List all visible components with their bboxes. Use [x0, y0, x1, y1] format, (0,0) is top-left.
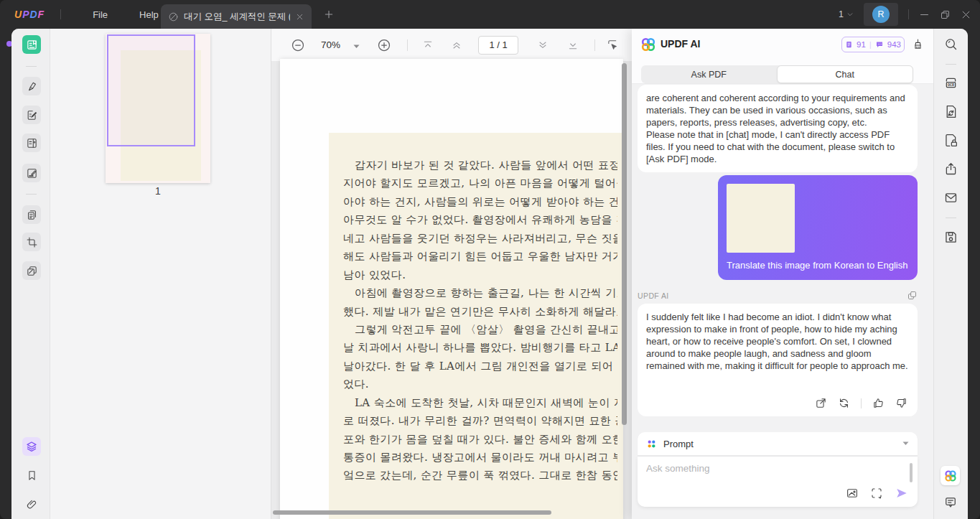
restore-icon[interactable] — [940, 9, 951, 20]
ai-mode-tabs: Ask PDF Chat — [641, 65, 913, 83]
divider — [946, 64, 956, 65]
prompt-caret-icon[interactable] — [902, 441, 909, 446]
organize-pages-icon — [26, 137, 38, 149]
pdf-viewer: 70% 1 / 1 — [271, 29, 632, 519]
updf-ai-icon — [943, 469, 958, 483]
tab-ask-pdf[interactable]: Ask PDF — [641, 65, 777, 83]
ocr-button[interactable]: OCR — [943, 75, 958, 90]
updf-window: UPDF File Help 대기 오염_ 세계적인 문제 (1) 1 R — [0, 0, 980, 519]
page-up-icon — [451, 39, 462, 51]
divider — [26, 66, 37, 67]
updf-logo: UPDF — [14, 9, 45, 20]
convert-pages-icon — [26, 209, 38, 221]
chat-input-area — [638, 457, 918, 507]
protect-button[interactable] — [943, 133, 958, 148]
fill-sign-button[interactable] — [22, 164, 41, 182]
menu-file[interactable]: File — [77, 9, 123, 20]
email-button[interactable] — [943, 190, 958, 205]
chat-history[interactable]: are coherent and coherent according to y… — [632, 84, 933, 432]
redact-button[interactable] — [22, 261, 41, 280]
annotate-button[interactable] — [22, 77, 41, 95]
page-down-icon — [537, 39, 549, 51]
tab-chat[interactable]: Chat — [777, 65, 914, 83]
svg-text:OCR: OCR — [948, 83, 954, 87]
reader-mode-button[interactable] — [22, 35, 41, 54]
minimize-icon[interactable] — [919, 9, 930, 20]
reader-mode-icon — [26, 39, 38, 51]
divider — [594, 39, 595, 51]
updf-ai-button[interactable] — [941, 466, 960, 485]
user-message-text: Translate this image from Korean to Engl… — [727, 260, 909, 271]
bookmark-button[interactable] — [22, 466, 41, 485]
updf-ai-logo-icon — [640, 36, 657, 53]
zoom-dropdown[interactable] — [353, 39, 360, 52]
ai-panel-header: UPDF AI 91 | 943 Ask PDF Chat — [632, 29, 933, 84]
copy-icon[interactable] — [907, 290, 918, 301]
redact-icon — [26, 265, 38, 277]
insert-image-button[interactable] — [846, 487, 859, 500]
window-count-dropdown[interactable]: 1 — [839, 9, 854, 19]
convert-button[interactable] — [943, 104, 958, 119]
vertical-scrollbar[interactable] — [622, 63, 627, 425]
annotate-icon — [26, 80, 38, 93]
save-button[interactable] — [943, 230, 958, 245]
select-tool-icon — [607, 39, 619, 51]
pdf-page[interactable]: 갑자기 바보가 된 것 같았다. 사람들 앞에서 어떤 표정을지어야 할지도 모… — [280, 59, 623, 519]
zoom-out-button[interactable] — [291, 38, 305, 52]
horizontal-scrollbar[interactable] — [273, 510, 551, 515]
organize-pages-button[interactable] — [22, 134, 41, 152]
crop-icon — [26, 236, 38, 248]
main-content: 1 70% 1 — [11, 29, 968, 519]
avatar: R — [872, 6, 890, 23]
zoom-level: 70% — [321, 39, 340, 50]
pdf-credit-icon — [845, 40, 853, 49]
regenerate-icon[interactable] — [838, 397, 850, 409]
page-indicator[interactable]: 1 / 1 — [478, 36, 518, 55]
account-button[interactable]: R — [864, 3, 898, 26]
thumbs-up-icon[interactable] — [872, 397, 885, 409]
viewport-indicator[interactable] — [107, 34, 195, 146]
close-window-icon[interactable] — [961, 9, 971, 20]
new-tab-button[interactable] — [323, 9, 335, 20]
right-toolbar: OCR — [933, 29, 968, 519]
clear-history-button[interactable] — [912, 38, 924, 50]
input-scrollbar[interactable] — [910, 463, 913, 482]
zoom-dropdown-icon — [353, 45, 360, 49]
chat-credit-icon — [875, 40, 884, 49]
attached-image-thumbnail[interactable] — [727, 184, 795, 253]
crop-button[interactable] — [22, 233, 41, 251]
last-page-icon — [567, 39, 579, 51]
layers-button[interactable] — [22, 437, 41, 456]
ask-input[interactable] — [645, 462, 882, 474]
convert-pages-button[interactable] — [22, 205, 41, 224]
document-text: 갑자기 바보가 된 것 같았다. 사람들 앞에서 어떤 표정을지어야 할지도 모… — [343, 156, 617, 485]
user-message: Translate this image from Korean to Engl… — [718, 175, 918, 280]
share-button[interactable] — [943, 162, 958, 177]
edit-pdf-button[interactable] — [22, 106, 41, 124]
prompt-grid-icon — [646, 439, 657, 449]
close-tab-icon[interactable] — [295, 12, 304, 22]
document-tab[interactable]: 대기 오염_ 세계적인 문제 (1) — [161, 4, 312, 29]
ai-panel: UPDF AI 91 | 943 Ask PDF Chat — [632, 29, 933, 519]
new-tab-icon — [323, 9, 335, 20]
thumbs-down-icon[interactable] — [895, 397, 907, 409]
attachment-icon — [26, 498, 38, 510]
zoom-in-button[interactable] — [377, 38, 391, 52]
send-button[interactable] — [895, 487, 909, 500]
credits-badge[interactable]: 91 | 943 — [841, 37, 905, 52]
feedback-button[interactable] — [943, 495, 958, 510]
page-up-button[interactable] — [451, 39, 462, 51]
search-button[interactable] — [943, 37, 958, 52]
export-icon[interactable] — [815, 397, 827, 409]
edit-pdf-icon — [26, 109, 38, 121]
screenshot-button[interactable] — [870, 487, 883, 500]
save-icon — [943, 230, 958, 245]
last-page-button[interactable] — [567, 39, 579, 51]
search-icon — [943, 37, 958, 52]
email-icon — [943, 190, 958, 205]
page-down-button[interactable] — [537, 39, 549, 51]
prompt-section[interactable]: Prompt — [638, 432, 918, 456]
first-page-button[interactable] — [422, 39, 434, 51]
attachment-button[interactable] — [22, 495, 41, 513]
select-tool-button[interactable] — [607, 39, 619, 51]
